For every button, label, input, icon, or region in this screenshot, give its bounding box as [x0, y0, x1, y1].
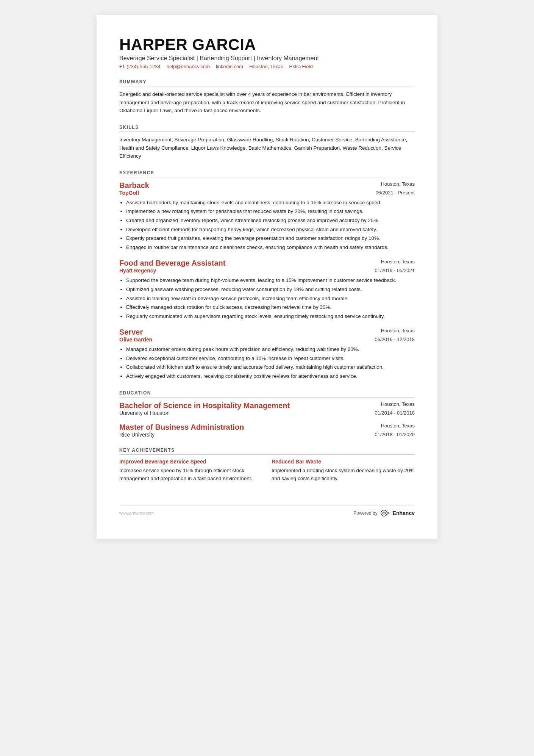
contact-extra: Extra Field	[289, 64, 313, 69]
exp-header: Barback Houston, Texas	[119, 181, 415, 190]
exp-bullet: Delivered exceptional customer service, …	[126, 354, 415, 363]
logo-icon	[381, 510, 391, 517]
achievements-container: Improved Beverage Service Speed Increase…	[119, 459, 415, 483]
exp-bullets: Supported the beverage team during high-…	[119, 276, 415, 320]
footer: www.enhancv.com Powered by Enhancv	[119, 506, 415, 517]
exp-location: Houston, Texas	[381, 181, 415, 187]
achievement-item: Reduced Bar Waste Implemented a rotating…	[272, 459, 415, 483]
skills-section: SKILLS Inventory Management, Beverage Pr…	[119, 125, 415, 160]
experience-container: Barback Houston, Texas TopGolf 06/2021 -…	[119, 181, 415, 380]
exp-location: Houston, Texas	[381, 259, 415, 265]
exp-bullet: Optimized glassware washing processes, r…	[126, 285, 415, 294]
exp-bullet: Managed customer orders during peak hour…	[126, 345, 415, 354]
edu-header: Master of Business Administration Housto…	[119, 423, 415, 432]
achievement-description: Implemented a rotating stock system decr…	[272, 466, 415, 483]
exp-meta: Hyatt Regency 01/2019 - 05/2021	[119, 268, 415, 274]
exp-title: Barback	[119, 181, 149, 190]
exp-bullet: Created and organized inventory reports,…	[126, 216, 415, 225]
exp-bullet: Expertly prepared fruit garnishes, eleva…	[126, 234, 415, 243]
contact-linkedin: linkedin.com	[216, 64, 243, 69]
exp-bullets: Managed customer orders during peak hour…	[119, 345, 415, 380]
exp-meta: Olive Garden 06/2016 - 12/2018	[119, 337, 415, 343]
edu-school: Rice University	[119, 432, 155, 438]
achievements-section: KEY ACHIEVEMENTS Improved Beverage Servi…	[119, 448, 415, 483]
edu-meta: Rice University 01/2018 - 01/2020	[119, 432, 415, 438]
contact-line: +1-(234)-555-1234 help@enhancv.com linke…	[119, 64, 415, 69]
education-section: EDUCATION Bachelor of Science in Hospita…	[119, 390, 415, 438]
edu-date: 01/2018 - 01/2020	[375, 432, 415, 438]
education-container: Bachelor of Science in Hospitality Manag…	[119, 401, 415, 438]
exp-bullet: Collaborated with kitchen staff to ensur…	[126, 363, 415, 371]
edu-meta: University of Houston 01/2014 - 01/2018	[119, 410, 415, 416]
summary-section: SUMMARY Energetic and detail-oriented se…	[119, 79, 415, 115]
svg-point-0	[381, 510, 387, 516]
edu-degree: Bachelor of Science in Hospitality Manag…	[119, 401, 290, 410]
exp-date: 06/2021 - Present	[376, 190, 415, 196]
powered-by-label: Powered by	[353, 510, 377, 516]
contact-phone: +1-(234)-555-1234	[119, 64, 161, 69]
exp-header: Server Houston, Texas	[119, 328, 415, 337]
exp-bullet: Developed efficient methods for transpor…	[126, 225, 415, 234]
achievement-item: Improved Beverage Service Speed Increase…	[119, 459, 262, 483]
exp-header: Food and Beverage Assistant Houston, Tex…	[119, 259, 415, 268]
achievements-section-title: KEY ACHIEVEMENTS	[119, 448, 415, 455]
footer-left: www.enhancv.com	[119, 511, 154, 515]
exp-bullet: Actively engaged with customers, receivi…	[126, 372, 415, 380]
exp-bullets: Assisted bartenders by maintaining stock…	[119, 199, 415, 252]
enhancv-logo: Enhancv	[381, 510, 415, 517]
exp-bullet: Engaged in routine bar maintenance and c…	[126, 243, 415, 252]
edu-header: Bachelor of Science in Hospitality Manag…	[119, 401, 415, 410]
exp-location: Houston, Texas	[381, 328, 415, 333]
summary-text: Energetic and detail-oriented service sp…	[119, 90, 415, 115]
contact-location: Houston, Texas	[249, 64, 283, 69]
experience-section-title: EXPERIENCE	[119, 170, 415, 177]
exp-date: 06/2016 - 12/2018	[375, 337, 415, 343]
edu-location: Houston, Texas	[381, 401, 415, 407]
exp-bullet: Implemented a new rotating system for pe…	[126, 207, 415, 216]
exp-bullet: Assisted bartenders by maintaining stock…	[126, 199, 415, 207]
exp-title: Food and Beverage Assistant	[119, 259, 225, 268]
education-item: Master of Business Administration Housto…	[119, 423, 415, 438]
education-section-title: EDUCATION	[119, 390, 415, 398]
candidate-tagline: Beverage Service Specialist | Bartending…	[119, 55, 415, 62]
achievement-description: Increased service speed by 15% through e…	[119, 466, 262, 483]
exp-bullet: Assisted in training new staff in bevera…	[126, 294, 415, 303]
exp-bullet: Effectively managed stock rotation for q…	[126, 303, 415, 311]
exp-company: TopGolf	[119, 190, 139, 196]
brand-name: Enhancv	[393, 510, 415, 516]
exp-meta: TopGolf 06/2021 - Present	[119, 190, 415, 196]
achievement-title: Improved Beverage Service Speed	[119, 459, 262, 465]
edu-location: Houston, Texas	[381, 423, 415, 429]
footer-right: Powered by Enhancv	[353, 510, 415, 517]
experience-item: Barback Houston, Texas TopGolf 06/2021 -…	[119, 181, 415, 252]
skills-text: Inventory Management, Beverage Preparati…	[119, 136, 415, 160]
exp-bullet: Regularly communicated with supervisors …	[126, 312, 415, 321]
edu-degree: Master of Business Administration	[119, 423, 244, 432]
achievement-title: Reduced Bar Waste	[272, 459, 415, 465]
exp-company: Olive Garden	[119, 337, 152, 343]
summary-section-title: SUMMARY	[119, 79, 415, 86]
experience-item: Food and Beverage Assistant Houston, Tex…	[119, 259, 415, 320]
exp-date: 01/2019 - 05/2021	[375, 268, 415, 274]
exp-company: Hyatt Regency	[119, 268, 156, 274]
header-section: HARPER GARCIA Beverage Service Specialis…	[119, 36, 415, 69]
experience-section: EXPERIENCE Barback Houston, Texas TopGol…	[119, 170, 415, 380]
exp-title: Server	[119, 328, 143, 337]
education-item: Bachelor of Science in Hospitality Manag…	[119, 401, 415, 416]
skills-section-title: SKILLS	[119, 125, 415, 132]
exp-bullet: Supported the beverage team during high-…	[126, 276, 415, 285]
resume-page: HARPER GARCIA Beverage Service Specialis…	[97, 15, 437, 539]
experience-item: Server Houston, Texas Olive Garden 06/20…	[119, 328, 415, 380]
edu-date: 01/2014 - 01/2018	[375, 410, 415, 416]
candidate-name: HARPER GARCIA	[119, 36, 415, 53]
contact-email: help@enhancv.com	[167, 64, 210, 69]
edu-school: University of Houston	[119, 410, 170, 416]
